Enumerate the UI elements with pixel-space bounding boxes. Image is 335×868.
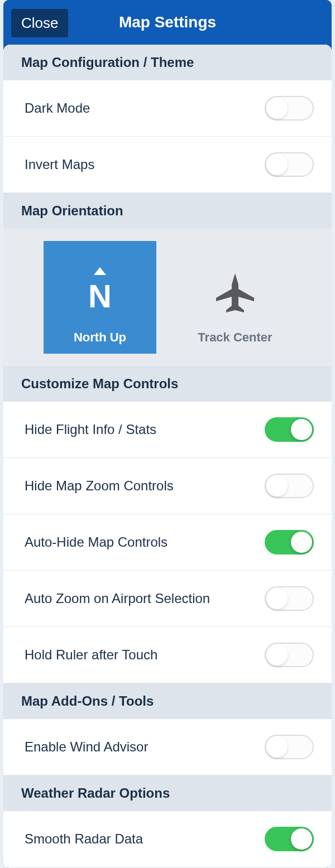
settings-content: Map Configuration / Theme Dark Mode Inve…	[3, 45, 332, 868]
orientation-north-up-label: North Up	[74, 330, 126, 345]
orientation-selector: N North Up Track Center	[3, 229, 332, 366]
orientation-track-center[interactable]: Track Center	[179, 241, 291, 354]
toggle-auto-zoom-airport[interactable]	[265, 586, 314, 611]
row-invert-maps: Invert Maps	[3, 137, 332, 193]
airplane-icon	[207, 264, 263, 320]
label-hold-ruler: Hold Ruler after Touch	[25, 647, 157, 663]
row-wind-advisor: Enable Wind Advisor	[3, 719, 332, 775]
toggle-auto-hide[interactable]	[265, 530, 314, 554]
orientation-track-center-label: Track Center	[198, 330, 272, 345]
section-header-config: Map Configuration / Theme	[3, 45, 332, 80]
row-hide-flight-info: Hide Flight Info / Stats	[3, 402, 332, 458]
map-settings-panel: Close Map Settings Map Configuration / T…	[3, 0, 332, 868]
label-hide-flight-info: Hide Flight Info / Stats	[25, 422, 156, 437]
label-auto-hide: Auto-Hide Map Controls	[25, 534, 168, 550]
label-wind-advisor: Enable Wind Advisor	[25, 739, 148, 755]
row-hide-zoom: Hide Map Zoom Controls	[3, 458, 332, 514]
row-hold-ruler: Hold Ruler after Touch	[3, 627, 332, 683]
toggle-smooth-radar[interactable]	[265, 827, 314, 851]
label-auto-zoom-airport: Auto Zoom on Airport Selection	[25, 591, 210, 606]
north-up-icon: N	[72, 264, 128, 320]
section-header-orientation: Map Orientation	[3, 193, 332, 229]
toggle-dark-mode[interactable]	[265, 96, 314, 120]
row-auto-hide: Auto-Hide Map Controls	[3, 514, 332, 571]
svg-marker-0	[94, 267, 106, 275]
section-header-addons: Map Add-Ons / Tools	[3, 683, 332, 719]
toggle-hide-flight-info[interactable]	[265, 417, 314, 442]
orientation-north-up[interactable]: N North Up	[44, 241, 156, 354]
row-auto-zoom-airport: Auto Zoom on Airport Selection	[3, 571, 332, 627]
row-smooth-radar: Smooth Radar Data	[3, 811, 332, 867]
toggle-invert-maps[interactable]	[265, 152, 314, 177]
close-button[interactable]: Close	[11, 9, 68, 37]
section-header-controls: Customize Map Controls	[3, 366, 332, 402]
toggle-wind-advisor[interactable]	[265, 735, 314, 759]
toggle-hide-zoom[interactable]	[265, 474, 314, 498]
label-dark-mode: Dark Mode	[25, 100, 90, 116]
label-smooth-radar: Smooth Radar Data	[25, 831, 143, 847]
page-title: Map Settings	[119, 13, 216, 31]
toggle-hold-ruler[interactable]	[265, 643, 314, 667]
svg-text:N: N	[88, 278, 112, 314]
row-dark-mode: Dark Mode	[3, 80, 332, 137]
section-header-radar: Weather Radar Options	[3, 775, 332, 811]
settings-header: Close Map Settings	[3, 0, 332, 45]
label-hide-zoom: Hide Map Zoom Controls	[25, 478, 174, 494]
label-invert-maps: Invert Maps	[25, 157, 94, 172]
